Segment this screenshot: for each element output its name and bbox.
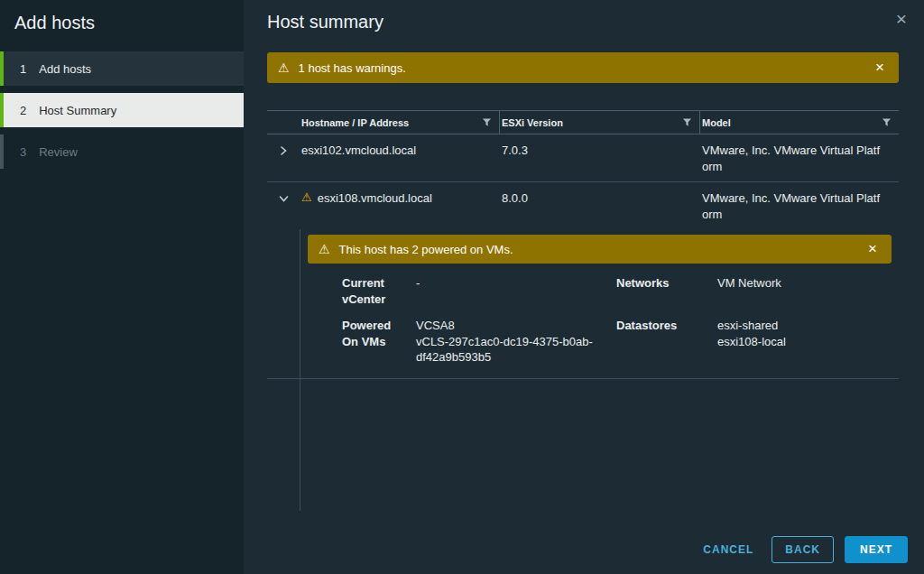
field-value-datastores: esxi-shared esxi108-local (717, 318, 892, 366)
filter-icon[interactable] (482, 117, 492, 127)
chevron-right-icon (277, 144, 290, 157)
hostname-cell: esxi102.vmcloud.local (300, 134, 500, 181)
host-warning-banner-text: This host has 2 powered on VMs. (339, 243, 513, 256)
step-label: Add hosts (39, 62, 91, 76)
step-number: 3 (20, 145, 26, 159)
cancel-button[interactable]: CANCEL (696, 538, 761, 561)
filter-icon[interactable] (682, 117, 692, 127)
footer-actions: CANCEL BACK NEXT (696, 536, 908, 563)
hostname-cell: ⚠ esxi108.vmcloud.local (300, 182, 500, 229)
column-header-esxi-version[interactable]: ESXi Version (500, 111, 700, 134)
esxi-version-cell: 7.0.3 (500, 134, 700, 181)
step-label: Host Summary (39, 104, 116, 117)
warning-banner-text: 1 host has warnings. (299, 61, 406, 75)
column-label: Hostname / IP Address (301, 117, 409, 128)
model-cell: VMware, Inc. VMware Virtual Platform (700, 134, 899, 181)
field-value-networks: VM Network (717, 275, 892, 307)
wizard-title: Add hosts (0, 0, 244, 33)
hosts-table: Hostname / IP Address ESXi Version Model… (267, 110, 899, 511)
column-label: Model (702, 117, 731, 128)
model-cell: VMware, Inc. VMware Virtual Platform (700, 182, 899, 229)
field-label-powered-on-vms: Powered On VMs (342, 318, 405, 366)
table-row-esxi108[interactable]: ⚠ esxi108.vmcloud.local 8.0.0 VMware, In… (267, 182, 899, 229)
warning-icon: ⚠ (319, 242, 330, 256)
column-header-hostname[interactable]: Hostname / IP Address (300, 111, 500, 134)
step-2-host-summary[interactable]: 2 Host Summary (0, 93, 244, 127)
table-row-esxi102[interactable]: esxi102.vmcloud.local 7.0.3 VMware, Inc.… (267, 134, 899, 182)
esxi-version-cell: 8.0.0 (500, 182, 700, 229)
warning-icon: ⚠ (278, 60, 290, 75)
back-button[interactable]: BACK (772, 536, 834, 563)
step-label: Review (39, 145, 78, 159)
next-button[interactable]: NEXT (845, 536, 908, 563)
banner-close-icon[interactable]: × (872, 59, 888, 77)
expander-column-header (267, 111, 300, 134)
host-warning-banner: ⚠ This host has 2 powered on VMs. × (308, 235, 892, 264)
column-header-model[interactable]: Model (700, 111, 899, 134)
chevron-down-icon (277, 192, 290, 205)
panel-header: Host summary × (244, 0, 924, 43)
expand-row-button[interactable] (267, 134, 300, 181)
banner-close-icon[interactable]: × (864, 240, 881, 258)
field-value-powered-on-vms: VCSA8 vCLS-297c1ac0-dc19-4375-b0ab-df42a… (416, 318, 605, 366)
column-label: ESXi Version (502, 117, 563, 128)
step-number: 1 (20, 62, 26, 76)
filter-icon[interactable] (882, 117, 892, 127)
table-empty-area (300, 379, 899, 511)
row-warning-icon: ⚠ (301, 190, 312, 206)
host-detail-fields: Current vCenter - Networks VM Network Po… (342, 275, 892, 366)
step-1-add-hosts[interactable]: 1 Add hosts (0, 51, 244, 86)
step-number: 2 (20, 104, 26, 117)
close-icon[interactable]: × (890, 7, 913, 31)
warning-banner: ⚠ 1 host has warnings. × (267, 52, 899, 83)
field-value-current-vcenter: - (416, 275, 605, 307)
wizard-sidebar: Add hosts 1 Add hosts 2 Host Summary 3 R… (0, 0, 244, 574)
collapse-row-button[interactable] (267, 182, 300, 229)
host-summary-panel: Host summary × ⚠ 1 host has warnings. × … (244, 0, 924, 574)
page-title: Host summary (267, 12, 888, 32)
host-detail-panel: ⚠ This host has 2 powered on VMs. × Curr… (300, 229, 899, 378)
field-label-datastores: Datastores (616, 318, 707, 366)
host-detail-row: ⚠ This host has 2 powered on VMs. × Curr… (267, 229, 899, 379)
table-header: Hostname / IP Address ESXi Version Model (267, 110, 899, 134)
wizard-steps: 1 Add hosts 2 Host Summary 3 Review (0, 51, 244, 169)
step-3-review: 3 Review (0, 134, 244, 169)
field-label-networks: Networks (616, 275, 707, 307)
field-label-current-vcenter: Current vCenter (342, 275, 405, 307)
hostname-text: esxi108.vmcloud.local (318, 190, 432, 207)
